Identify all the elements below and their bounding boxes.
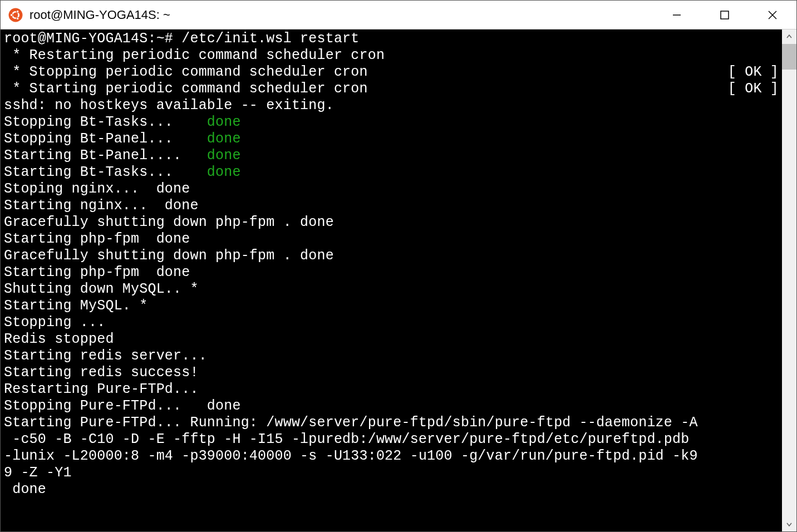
scroll-track[interactable] xyxy=(782,44,796,517)
output-line: Restarting Pure-FTPd... xyxy=(4,381,199,397)
svg-rect-6 xyxy=(721,11,729,19)
output-line: Starting nginx... done xyxy=(4,198,199,214)
output-line: -c50 -B -C10 -D -E -fftp -H -I15 -lpured… xyxy=(4,431,698,447)
output-line: Starting MySQL. * xyxy=(4,298,147,314)
output-line: Redis stopped xyxy=(4,331,114,347)
output-line: Stopping ... xyxy=(4,314,105,331)
output-line: Starting php-fpm done xyxy=(4,231,190,247)
output-line: * Starting periodic command scheduler cr… xyxy=(4,81,728,97)
output-line: * Restarting periodic command scheduler … xyxy=(4,47,385,63)
status-done: done xyxy=(207,114,241,130)
svg-point-4 xyxy=(16,17,19,19)
content-area: root@MING-YOGA14S:~# /etc/init.wsl resta… xyxy=(1,29,796,531)
command: /etc/init.wsl restart xyxy=(181,31,359,47)
status-done: done xyxy=(207,164,241,180)
minimize-button[interactable] xyxy=(653,1,701,29)
ubuntu-icon xyxy=(8,8,23,22)
status-done: done xyxy=(207,131,241,147)
status-done: done xyxy=(207,147,241,164)
status-ok: [ OK ] xyxy=(728,64,782,81)
svg-point-3 xyxy=(16,10,19,13)
output-line: sshd: no hostkeys available -- exiting. xyxy=(4,97,334,114)
close-button[interactable] xyxy=(749,1,796,29)
output-line: Stopping Bt-Panel... xyxy=(4,131,207,147)
window-titlebar: root@MING-YOGA14S: ~ xyxy=(1,1,796,29)
output-line: Gracefully shutting down php-fpm . done xyxy=(4,248,334,264)
status-ok: [ OK ] xyxy=(728,81,782,97)
window-controls xyxy=(653,1,796,29)
output-line: 9 -Z -Y1 xyxy=(4,465,72,481)
vertical-scrollbar[interactable] xyxy=(782,29,796,531)
scroll-down-arrow[interactable] xyxy=(782,517,796,531)
output-line: Stopping Bt-Tasks... xyxy=(4,114,207,130)
output-line: Stopping Pure-FTPd... done xyxy=(4,398,241,414)
output-line: Starting php-fpm done xyxy=(4,264,190,280)
output-line: -lunix -L20000:8 -m4 -p39000:40000 -s -U… xyxy=(4,448,698,464)
maximize-button[interactable] xyxy=(701,1,749,29)
window-title: root@MING-YOGA14S: ~ xyxy=(29,8,653,22)
output-line: Gracefully shutting down php-fpm . done xyxy=(4,214,334,230)
output-line: done xyxy=(4,481,46,497)
output-line: Shutting down MySQL.. * xyxy=(4,281,199,297)
scroll-up-arrow[interactable] xyxy=(782,29,796,44)
output-line: Starting Pure-FTPd... Running: /www/serv… xyxy=(4,415,698,431)
output-line: Starting Bt-Panel.... xyxy=(4,147,207,164)
output-line: Starting redis success! xyxy=(4,364,199,381)
output-line: Stoping nginx... done xyxy=(4,181,190,197)
scroll-thumb[interactable] xyxy=(782,44,796,70)
output-line: Starting redis server... xyxy=(4,348,207,364)
svg-point-2 xyxy=(10,13,13,16)
output-line: Starting Bt-Tasks... xyxy=(4,164,207,180)
output-line: * Stopping periodic command scheduler cr… xyxy=(4,64,728,81)
terminal-output[interactable]: root@MING-YOGA14S:~# /etc/init.wsl resta… xyxy=(1,29,782,531)
prompt: root@MING-YOGA14S:~# xyxy=(4,31,181,47)
